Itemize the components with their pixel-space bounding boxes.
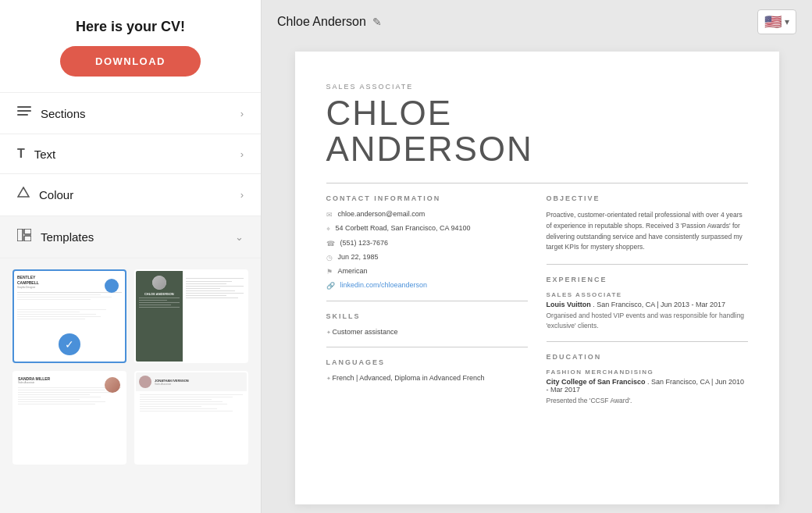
contact-nationality-row: ⚑ American [326, 267, 528, 276]
cv-title: Chloe Anderson [277, 15, 366, 29]
contact-linkedin-row: 🔗 linkedin.com/chloeanderson [326, 281, 528, 290]
cv-left-col: CONTACT INFORMATION ✉ chloe.anderson@ema… [326, 194, 528, 406]
contact-email-row: ✉ chloe.anderson@email.com [326, 210, 528, 219]
exp-company-detail: . San Francisco, CA | Jun 2013 - Mar 201… [593, 301, 725, 308]
edu-school-name: City College of San Francisco [547, 378, 646, 386]
cv-divider-top [326, 183, 748, 183]
cv-document: SALES ASSOCIATE CHLOE ANDERSON CONTACT I… [295, 52, 779, 504]
exp-role: SALES ASSOCIATE [547, 291, 748, 298]
calendar-icon: ◷ [326, 254, 333, 262]
template-card-3[interactable]: SANDRA MILLER Sales Associate [12, 371, 126, 465]
right-header: Chloe Anderson ✎ 🇺🇸 ▾ [262, 0, 812, 44]
contact-email: chloe.anderson@email.com [338, 210, 426, 218]
template-card-2[interactable]: CHLOE ANDERSON [134, 269, 248, 363]
flag-icon: 🇺🇸 [764, 13, 782, 30]
contact-nationality: American [338, 267, 368, 275]
cv-job-title: SALES ASSOCIATE [326, 83, 748, 91]
templates-chevron: ⌄ [235, 231, 244, 243]
skill-item-1: Customer assistance [326, 328, 528, 336]
contact-dob: Jun 22, 1985 [338, 253, 379, 261]
cv-right-col: OBJECTIVE Proactive, customer-orientated… [547, 194, 748, 406]
nationality-icon: ⚑ [326, 268, 333, 276]
text-chevron: › [240, 148, 244, 160]
svg-rect-6 [24, 236, 31, 241]
edu-description: Presented the 'CCSF Award'. [547, 396, 748, 406]
panel-heading: Here is your CV! [16, 19, 245, 35]
contact-phone: (551) 123-7676 [340, 239, 389, 247]
cv-title-area: Chloe Anderson ✎ [277, 15, 382, 29]
sections-icon [17, 105, 31, 121]
colour-label: Colour [39, 188, 73, 201]
sections-label: Sections [41, 107, 86, 120]
contact-phone-row: ☎ (551) 123-7676 [326, 239, 528, 248]
sidebar-item-colour[interactable]: Colour › [0, 174, 261, 216]
experience-title: EXPERIENCE [547, 276, 748, 283]
cv-container: SALES ASSOCIATE CHLOE ANDERSON CONTACT I… [262, 44, 812, 513]
objective-title: OBJECTIVE [547, 194, 748, 202]
cv-divider-skills [326, 301, 528, 301]
contact-linkedin[interactable]: linkedin.com/chloeanderson [340, 281, 428, 289]
download-button[interactable]: DOWNLOAD [60, 46, 201, 77]
templates-label: Templates [41, 230, 94, 244]
cv-divider-edu [547, 341, 748, 342]
left-header: Here is your CV! DOWNLOAD [0, 0, 261, 86]
colour-icon [17, 187, 30, 203]
cv-header: SALES ASSOCIATE CHLOE ANDERSON [326, 83, 748, 167]
edit-icon[interactable]: ✎ [372, 16, 382, 28]
template-card-1[interactable]: BENTLEY CAMPBELL Graphic Designer ✓ [12, 269, 126, 363]
linkedin-icon: 🔗 [326, 282, 335, 290]
template-card-4[interactable]: JONATHAN IVERSSON Sales Associate [134, 371, 248, 465]
templates-grid: BENTLEY CAMPBELL Graphic Designer ✓ [0, 258, 261, 476]
exp-company-name: Louis Vuitton [547, 301, 591, 308]
cv-name: CHLOE ANDERSON [326, 95, 748, 167]
contact-address: 54 Corbett Road, San Francisco, CA 94100 [336, 224, 471, 232]
cv-divider-exp [547, 264, 748, 265]
selected-check: ✓ [59, 333, 80, 355]
languages-title: LANGUAGES [326, 358, 528, 366]
language-selector[interactable]: 🇺🇸 ▾ [757, 9, 796, 34]
cv-name-last: ANDERSON [326, 130, 533, 168]
sidebar-item-text[interactable]: T Text › [0, 134, 261, 174]
svg-rect-2 [17, 114, 28, 116]
templates-section: BENTLEY CAMPBELL Graphic Designer ✓ [0, 258, 261, 513]
text-icon: T [17, 147, 25, 161]
right-panel: Chloe Anderson ✎ 🇺🇸 ▾ SALES ASSOCIATE CH… [262, 0, 812, 513]
menu-items: Sections › T Text › Colour › [0, 92, 261, 258]
svg-rect-4 [17, 229, 23, 241]
exp-company: Louis Vuitton . San Francisco, CA | Jun … [547, 301, 748, 308]
svg-rect-5 [24, 229, 31, 234]
svg-rect-1 [17, 110, 31, 112]
edu-degree: FASHION MERCHANDISING [547, 369, 748, 376]
cv-divider-languages [326, 347, 528, 347]
sidebar-item-sections[interactable]: Sections › [0, 93, 261, 134]
templates-icon [17, 229, 31, 245]
left-panel: Here is your CV! DOWNLOAD Sections › T T… [0, 0, 262, 513]
edu-school: City College of San Francisco . San Fran… [547, 378, 748, 394]
location-icon: ⌖ [326, 225, 330, 233]
chevron-down-icon: ▾ [785, 16, 789, 27]
cv-two-col-top: CONTACT INFORMATION ✉ chloe.anderson@ema… [326, 194, 748, 406]
svg-marker-3 [18, 187, 29, 197]
contact-address-row: ⌖ 54 Corbett Road, San Francisco, CA 941… [326, 224, 528, 233]
sections-chevron: › [240, 108, 244, 119]
colour-chevron: › [240, 189, 244, 201]
svg-rect-0 [17, 106, 31, 108]
email-icon: ✉ [326, 211, 333, 219]
contact-dob-row: ◷ Jun 22, 1985 [326, 253, 528, 262]
skills-title: SKILLS [326, 312, 528, 320]
exp-description: Organised and hosted VIP events and was … [547, 311, 748, 331]
text-label: Text [34, 148, 56, 161]
objective-text: Proactive, customer-orientated retail pr… [547, 210, 748, 252]
cv-name-first: CHLOE [326, 94, 453, 132]
sidebar-item-templates[interactable]: Templates ⌄ [0, 216, 261, 258]
contact-title: CONTACT INFORMATION [326, 194, 528, 202]
education-title: EDUCATION [547, 353, 748, 361]
language-item-1: French | Advanced, Diploma in Advanced F… [326, 374, 528, 382]
phone-icon: ☎ [326, 240, 335, 248]
